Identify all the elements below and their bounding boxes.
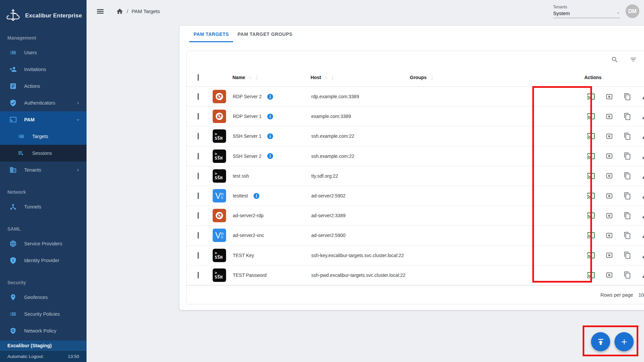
preview-icon[interactable]: [605, 172, 613, 180]
info-icon[interactable]: [267, 133, 274, 140]
sort-icon[interactable]: ↑↓: [248, 75, 251, 80]
sidebar-item-service-providers[interactable]: Service Providers: [0, 235, 87, 252]
copy-icon[interactable]: [624, 172, 631, 180]
edit-icon[interactable]: [642, 113, 644, 120]
target-host: rdp.example.com:3389: [311, 94, 410, 99]
sidebar-item-sessions[interactable]: Sessions: [0, 145, 87, 162]
connect-cast-icon[interactable]: [587, 172, 595, 180]
edit-icon[interactable]: [642, 232, 644, 239]
sidebar-item-network-policy[interactable]: Network Policy: [0, 322, 87, 339]
copy-icon[interactable]: [624, 93, 631, 101]
connect-cast-icon[interactable]: [587, 132, 595, 140]
info-icon[interactable]: [253, 192, 260, 199]
preview-icon[interactable]: [605, 93, 613, 101]
select-all-checkbox[interactable]: [198, 74, 199, 81]
target-host: tty.sdf.org:22: [311, 173, 410, 179]
tenant-select[interactable]: Tenants System: [553, 5, 620, 18]
row-checkbox[interactable]: [198, 133, 199, 139]
copy-icon[interactable]: [624, 212, 631, 220]
row-checkbox[interactable]: [198, 93, 199, 100]
sidebar-item-tunnels[interactable]: Tunnels: [0, 198, 87, 215]
connect-cast-icon[interactable]: [587, 231, 595, 239]
connect-cast-icon[interactable]: [587, 192, 595, 200]
sidebar-item-identity-provider[interactable]: Identity Provider: [0, 252, 87, 269]
sidebar-item-security-policies[interactable]: Security Policies: [0, 306, 87, 322]
info-icon[interactable]: [267, 113, 274, 120]
copy-icon[interactable]: [624, 271, 631, 279]
rdp-protocol-icon: [213, 209, 226, 222]
edit-icon[interactable]: [642, 272, 644, 279]
ssh-protocol-icon: >_SSH: [213, 169, 226, 183]
column-menu-icon[interactable]: ⋮: [430, 74, 435, 80]
connect-cast-icon[interactable]: [587, 93, 595, 101]
connect-cast-icon[interactable]: [587, 112, 595, 120]
row-checkbox[interactable]: [198, 272, 199, 279]
row-checkbox[interactable]: [198, 113, 199, 120]
sidebar-item-tenants[interactable]: Tenants: [0, 162, 87, 178]
column-menu-icon[interactable]: ⋮: [254, 74, 259, 80]
copy-icon[interactable]: [624, 251, 631, 259]
row-checkbox[interactable]: [198, 192, 199, 199]
target-name: SSH Server 2: [233, 154, 262, 159]
add-target-fab[interactable]: [614, 332, 634, 351]
preview-icon[interactable]: [605, 232, 613, 239]
sidebar-item-pam[interactable]: PAM: [0, 111, 87, 128]
edit-icon[interactable]: [642, 93, 644, 100]
home-icon[interactable]: [116, 8, 123, 15]
preview-icon[interactable]: [605, 192, 613, 200]
user-avatar[interactable]: DM: [626, 4, 639, 18]
row-checkbox[interactable]: [198, 252, 199, 259]
chevron-down-icon: [75, 117, 80, 122]
column-menu-icon[interactable]: ⋮: [330, 74, 335, 80]
row-checkbox[interactable]: [198, 232, 199, 239]
sidebar-item-geofences[interactable]: Geofences: [0, 289, 87, 306]
sidebar-item-authenticators[interactable]: Authenticators: [0, 95, 87, 111]
edit-icon[interactable]: [642, 153, 644, 160]
sidebar-item-label: Security Policies: [24, 311, 60, 317]
row-checkbox[interactable]: [198, 212, 199, 219]
copy-icon[interactable]: [624, 132, 631, 140]
edit-icon[interactable]: [642, 212, 644, 219]
target-host: ad-server2:5900: [311, 233, 410, 238]
copy-icon[interactable]: [624, 113, 631, 120]
copy-icon[interactable]: [624, 192, 631, 200]
row-checkbox[interactable]: [198, 173, 199, 179]
edit-icon[interactable]: [642, 192, 644, 199]
edit-icon[interactable]: [642, 132, 644, 140]
edit-icon[interactable]: [642, 252, 644, 259]
preview-icon[interactable]: [605, 152, 613, 160]
edit-icon[interactable]: [642, 172, 644, 180]
connect-cast-icon[interactable]: [587, 152, 595, 160]
rows-per-page-select[interactable]: 10: [639, 292, 644, 298]
info-icon[interactable]: [267, 93, 274, 100]
chevron-right-icon: [75, 101, 80, 106]
row-checkbox[interactable]: [198, 153, 199, 160]
sidebar-item-invitations[interactable]: Invitations: [0, 61, 87, 78]
filter-icon[interactable]: [630, 56, 637, 63]
sidebar-item-targets[interactable]: Targets: [0, 128, 87, 145]
preview-icon[interactable]: [605, 132, 613, 140]
sidebar-item-actions[interactable]: Actions: [0, 78, 87, 95]
copy-icon[interactable]: [624, 232, 631, 239]
preview-icon[interactable]: [605, 251, 613, 259]
import-upload-fab[interactable]: [591, 332, 610, 351]
table-row: >_SSH SSH Server 1 ssh.example.com:22: [187, 126, 644, 146]
copy-icon[interactable]: [624, 152, 631, 160]
info-icon[interactable]: [267, 153, 274, 160]
sidebar-item-label: PAM: [24, 117, 35, 122]
search-icon[interactable]: [611, 56, 619, 63]
connect-cast-icon[interactable]: [587, 251, 595, 259]
preview-icon[interactable]: [605, 271, 613, 279]
hamburger-menu-icon[interactable]: [95, 6, 106, 17]
tab-pam-targets[interactable]: PAM TARGETS: [189, 26, 233, 42]
vnc-protocol-icon: Vnc: [213, 189, 226, 202]
preview-icon[interactable]: [605, 113, 613, 120]
sort-icon[interactable]: ↑↓: [324, 75, 327, 80]
sidebar-item-label: Service Providers: [24, 241, 62, 246]
sidebar-item-users[interactable]: Users: [0, 44, 87, 61]
preview-icon[interactable]: [605, 212, 613, 220]
tab-pam-target-groups[interactable]: PAM TARGET GROUPS: [233, 26, 297, 42]
connect-cast-icon[interactable]: [587, 212, 595, 220]
connect-cast-icon[interactable]: [587, 271, 595, 279]
table-row: >_SSH TEST Password ssh-pwd.excalibur-ta…: [187, 265, 644, 285]
